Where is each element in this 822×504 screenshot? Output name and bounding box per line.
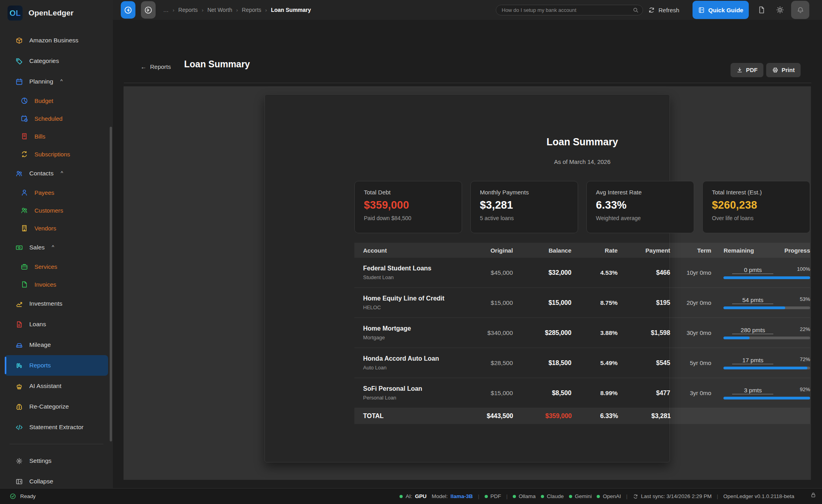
sidebar-item-statement-extractor[interactable]: Statement Extractor	[5, 417, 108, 437]
breadcrumb-item[interactable]: Net Worth	[207, 7, 232, 13]
progress-bar	[723, 306, 810, 309]
status-ready: Ready	[10, 493, 36, 500]
guide-book-icon: ?	[698, 7, 705, 13]
export-pdf-button[interactable]: PDF	[731, 63, 763, 77]
print-button[interactable]: Print	[766, 63, 801, 77]
report-title: Loan Summary	[354, 136, 810, 148]
refresh-button[interactable]: Refresh	[648, 0, 679, 20]
loan-row-federal-student-loans[interactable]: Federal Student LoansStudent Loan$45,000…	[354, 258, 810, 288]
quick-guide-button[interactable]: ? Quick Guide	[693, 1, 749, 19]
sidebar-item-investments[interactable]: Investments	[5, 293, 108, 314]
cell-term: 5yr 0mo	[670, 359, 712, 366]
sidebar-item-vendors[interactable]: Vendors	[5, 219, 108, 237]
sidebar-nav: Amazon BusinessCategoriesPlanning^Budget…	[0, 25, 113, 492]
cell-progress: 3 pmts92%	[723, 387, 810, 399]
sidebar-item-re-categorize[interactable]: Re-Categorize	[5, 396, 108, 417]
search-box	[496, 5, 643, 15]
sidebar-item-subscriptions[interactable]: Subscriptions	[5, 145, 108, 163]
sidebar-item-categories[interactable]: Categories	[5, 51, 108, 71]
status-separator: |	[626, 493, 628, 499]
sidebar-item-label: Scheduled	[34, 115, 63, 122]
breadcrumb-item[interactable]: Reports	[242, 7, 261, 13]
sidebar-item-invoices[interactable]: Invoices	[5, 276, 108, 293]
breadcrumb-item: …	[163, 7, 169, 13]
stat-value: 6.33%	[596, 199, 685, 211]
arrow-left-icon: ←	[141, 63, 147, 70]
cell-balance: $15,000	[513, 299, 571, 306]
cell-progress: 17 pmts72%	[723, 357, 810, 369]
status-text: llama-3B	[451, 493, 473, 499]
cell-original: $15,000	[458, 390, 513, 397]
loan-row-honda-accord-auto-loan[interactable]: Honda Accord Auto LoanAuto Loan$28,500$1…	[354, 348, 810, 378]
app-header: OL OpenLedger	[0, 0, 113, 25]
arrow-right-circle-icon	[144, 6, 152, 14]
loan-row-home-mortgage[interactable]: Home MortgageMortgage$340,000$285,0003.8…	[354, 318, 810, 348]
sidebar-item-mileage[interactable]: Mileage	[5, 335, 108, 355]
sidebar-item-scheduled[interactable]: Scheduled	[5, 110, 108, 127]
chevron-up-icon: ^	[61, 170, 63, 176]
total-rate: 6.33%	[572, 413, 618, 420]
column-header-rate: Rate	[571, 247, 618, 254]
column-header-balance: Balance	[513, 247, 571, 254]
breadcrumb-item[interactable]: Reports	[178, 7, 198, 13]
status-dot-icon	[513, 495, 516, 498]
robot-icon	[15, 382, 23, 390]
nav-forward-button[interactable]	[141, 1, 156, 19]
status-provider-openai: OpenAI	[597, 493, 621, 499]
sidebar-item-label: Bills	[34, 133, 46, 140]
breadcrumb-separator-icon: ›	[202, 7, 203, 13]
sidebar-item-ai-assistant[interactable]: AI Assistant	[5, 376, 108, 396]
sidebar-item-loans[interactable]: Loans	[5, 314, 108, 335]
sidebar-item-sales[interactable]: Sales^	[5, 237, 108, 258]
sidebar-item-planning[interactable]: Planning^	[5, 71, 108, 92]
sidebar-item-settings[interactable]: Settings	[5, 451, 108, 471]
report-viewport: Loan Summary As of March 14, 2026 Total …	[124, 86, 811, 480]
sidebar-item-bills[interactable]: Bills	[5, 127, 108, 145]
sidebar-scrollbar[interactable]	[110, 127, 112, 441]
loan-type: HELOC	[363, 304, 458, 310]
remaining-payments: 17 pmts	[732, 357, 773, 364]
sidebar-item-label: Reports	[29, 362, 51, 369]
download-icon	[736, 67, 743, 73]
tag-icon	[15, 57, 23, 65]
cell-balance: $32,000	[513, 269, 571, 276]
arrow-left-circle-icon	[124, 6, 132, 14]
sidebar-item-payees[interactable]: Payees	[5, 184, 108, 202]
status-text: Gemini	[575, 493, 592, 499]
cell-term: 10yr 0mo	[670, 269, 712, 276]
document-icon[interactable]	[757, 0, 765, 20]
breadcrumb-item[interactable]: Loan Summary	[271, 7, 311, 13]
status-separator: |	[506, 493, 508, 499]
cell-balance: $8,500	[513, 390, 571, 397]
report-content: Loan Summary As of March 14, 2026 Total …	[354, 94, 810, 424]
loan-type: Student Loan	[363, 274, 458, 280]
sidebar-item-budget[interactable]: Budget	[5, 92, 108, 110]
stat-card-total-debt: Total Debt$359,000Paid down $84,500	[354, 181, 462, 233]
progress-percent: 22%	[800, 327, 810, 332]
sidebar-item-label: Collapse	[29, 478, 53, 485]
theme-sun-icon[interactable]	[776, 0, 784, 20]
status-dot-icon	[400, 495, 403, 498]
status-dot-icon	[541, 495, 544, 498]
sidebar-item-customers[interactable]: Customers	[5, 202, 108, 219]
stat-subtext: 5 active loans	[480, 215, 569, 221]
nav-back-button[interactable]	[121, 1, 135, 19]
search-input[interactable]	[502, 7, 633, 13]
remaining-payments: 0 pmts	[732, 266, 773, 274]
report-as-of-date: As of March 14, 2026	[354, 158, 810, 165]
status-bar: Ready AI:GPUModel:llama-3B|PDF|OllamaCla…	[0, 488, 822, 504]
remaining-payments: 54 pmts	[732, 297, 773, 304]
sidebar-item-label: Investments	[29, 300, 63, 307]
sidebar-item-services[interactable]: Services	[5, 258, 108, 276]
loan-row-sofi-personal-loan[interactable]: SoFi Personal LoanPersonal Loan$15,000$8…	[354, 378, 810, 408]
doc-lines-icon	[15, 321, 23, 328]
loan-row-home-equity-line-of-credit[interactable]: Home Equity Line of CreditHELOC$15,000$1…	[354, 288, 810, 318]
sidebar-item-reports[interactable]: Reports	[5, 355, 108, 376]
cell-balance: $285,000	[513, 329, 571, 337]
notifications-button[interactable]	[791, 1, 809, 19]
sidebar-item-amazon-business[interactable]: Amazon Business	[5, 30, 108, 51]
code-icon	[15, 424, 23, 431]
status-text: Last sync: 3/14/2026 2:29 PM	[641, 493, 712, 499]
back-to-reports-link[interactable]: ← Reports	[141, 63, 171, 70]
sidebar-item-contacts[interactable]: Contacts^	[5, 163, 108, 184]
